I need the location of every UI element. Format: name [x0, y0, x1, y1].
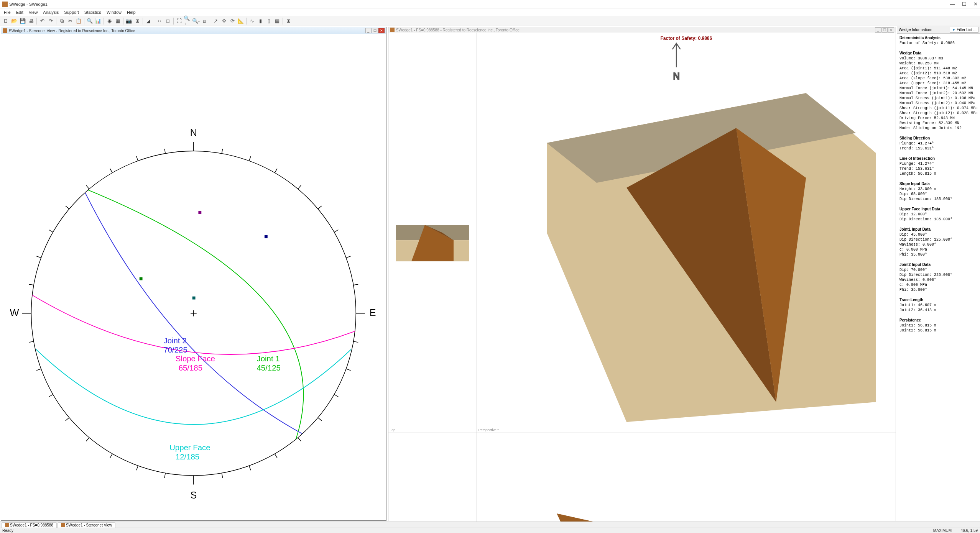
svg-line-30 [36, 256, 41, 257]
info-title: Wedge Information: [899, 28, 932, 32]
window-buttons: — ☐ ✕ [950, 1, 978, 7]
new-button[interactable]: 🗋 [2, 17, 10, 25]
stereonet-button[interactable]: ◉ [105, 17, 113, 25]
menu-window[interactable]: Window [104, 9, 124, 15]
chart-button[interactable]: 📊 [94, 17, 102, 25]
menu-view[interactable]: View [26, 9, 40, 15]
cut-button[interactable]: ✂ [66, 17, 74, 25]
move-button[interactable]: ✥ [220, 17, 228, 25]
svg-line-17 [298, 438, 301, 441]
svg-line-8 [298, 185, 301, 189]
slope-face-great-circle [33, 295, 355, 354]
open-button[interactable]: 📂 [10, 17, 18, 25]
excel-button[interactable]: ⊞ [133, 17, 141, 25]
svg-line-11 [346, 256, 351, 257]
svg-line-19 [249, 466, 251, 471]
print-button[interactable]: 🖶 [27, 17, 35, 25]
find-button[interactable]: 🔍 [86, 17, 94, 25]
doc-tab[interactable]: SWedge1 - FS=0.988588 [2, 522, 57, 528]
svg-text:65/185: 65/185 [179, 364, 202, 372]
stereonet-window: SWedge1 - Stereonet View - Registered to… [1, 27, 386, 521]
excel2-button[interactable]: ⊞ [284, 17, 293, 25]
info-body[interactable]: Deterministic Analysis Factor of Safety:… [897, 34, 980, 522]
stereonet-canvas[interactable]: N E S W J [1, 34, 386, 520]
redo-button[interactable]: ↷ [46, 17, 55, 25]
svg-line-15 [334, 394, 339, 397]
svg-line-24 [86, 438, 89, 441]
top-viewport[interactable]: Top [388, 33, 477, 433]
menu-edit[interactable]: Edit [14, 9, 26, 15]
measure-button[interactable]: 📐 [237, 17, 245, 25]
perspective-viewport[interactable]: N Factor of Safety: 0.9886 Perspective * [477, 33, 896, 433]
wedge-button[interactable]: ◢ [144, 17, 153, 25]
perspective-label: Perspective * [478, 428, 499, 432]
wedge-titlebar[interactable]: SWedge1 - FS=0.988588 - Registered to Ro… [388, 27, 896, 33]
maximize-button[interactable]: ☐ [962, 1, 967, 7]
svg-rect-45 [140, 277, 143, 280]
screenshot-button[interactable]: 📷 [125, 17, 133, 25]
menu-statistics[interactable]: Statistics [82, 9, 104, 15]
child-max-button[interactable]: ☐ [881, 27, 888, 33]
menu-help[interactable]: Help [125, 9, 138, 15]
arrow-button[interactable]: ↗ [211, 17, 220, 25]
zoom-in-button[interactable]: 🔍+ [183, 17, 192, 25]
child-close-button[interactable]: ✕ [378, 28, 385, 33]
menu-file[interactable]: File [2, 9, 13, 15]
rotate-button[interactable]: ⟳ [228, 17, 237, 25]
zoom-out-button[interactable]: 🔍- [192, 17, 200, 25]
menu-support[interactable]: Support [62, 9, 81, 15]
wedge-title: SWedge1 - FS=0.988588 - Registered to Ro… [396, 28, 520, 32]
menu-analysis[interactable]: Analysis [41, 9, 61, 15]
svg-line-21 [164, 473, 165, 478]
paste-button[interactable]: 📋 [74, 17, 83, 25]
front-viewport[interactable]: Front [388, 433, 477, 533]
app-title: SWedge - SWedge1 [9, 2, 48, 7]
joint1-great-circle [88, 190, 303, 440]
child-close-button[interactable]: ✕ [888, 27, 894, 33]
svg-text:E: E [370, 307, 376, 318]
bars-button[interactable]: ▮ [256, 17, 265, 25]
svg-line-20 [222, 473, 222, 478]
zoom-window-button[interactable]: ⧈ [200, 17, 209, 25]
child-max-button[interactable]: ☐ [372, 28, 378, 33]
svg-line-28 [29, 341, 33, 342]
fit-button[interactable]: ⛶ [175, 17, 183, 25]
doc-tab[interactable]: SWedge1 - Stereonet View [58, 522, 115, 528]
filter-list-button[interactable]: ▼ Filter List ... [950, 27, 978, 33]
wedge-icon [390, 28, 395, 32]
bars2-button[interactable]: ▯ [265, 17, 273, 25]
circle-button[interactable]: ○ [155, 17, 164, 25]
svg-line-14 [346, 369, 351, 370]
status-bar: Ready MAXIMUM -46.6, 1.59 [0, 528, 980, 533]
info-header: Wedge Information: ▼ Filter List ... [897, 26, 980, 34]
svg-line-10 [334, 230, 339, 232]
top-label: Top [390, 428, 396, 432]
svg-text:Upper Face: Upper Face [169, 443, 210, 452]
stereonet-titlebar[interactable]: SWedge1 - Stereonet View - Registered to… [1, 27, 386, 34]
side-viewport[interactable]: Side [477, 433, 896, 533]
child-min-button[interactable]: _ [365, 28, 372, 33]
svg-line-35 [136, 156, 138, 161]
svg-text:W: W [10, 307, 19, 318]
child-min-button[interactable]: _ [875, 27, 881, 33]
svg-text:Slope Face: Slope Face [176, 354, 215, 363]
views-button[interactable]: ▦ [113, 17, 122, 25]
svg-line-25 [66, 418, 69, 421]
save-button[interactable]: 💾 [18, 17, 27, 25]
svg-line-27 [36, 369, 41, 370]
svg-line-33 [86, 185, 89, 189]
stereonet-icon [3, 28, 7, 33]
copy-button[interactable]: ⧉ [58, 17, 66, 25]
curve-button[interactable]: ∿ [248, 17, 256, 25]
stereonet-title: SWedge1 - Stereonet View - Registered to… [9, 29, 135, 33]
minimize-button[interactable]: — [950, 1, 955, 7]
close-button[interactable]: ✕ [973, 1, 978, 7]
svg-line-18 [275, 454, 277, 458]
svg-rect-44 [265, 235, 268, 238]
grid-button[interactable]: ▦ [273, 17, 281, 25]
app-icon [2, 2, 8, 7]
undo-button[interactable]: ↶ [38, 17, 46, 25]
svg-line-29 [29, 284, 33, 285]
svg-line-23 [110, 454, 112, 458]
square-button[interactable]: □ [164, 17, 172, 25]
